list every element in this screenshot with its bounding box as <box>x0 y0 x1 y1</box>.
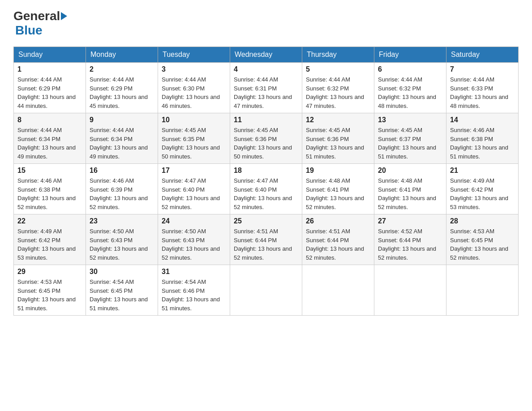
calendar-cell: 8 Sunrise: 4:44 AM Sunset: 6:34 PM Dayli… <box>14 113 86 164</box>
logo-row: General <box>13 9 68 23</box>
calendar-cell: 10 Sunrise: 4:45 AM Sunset: 6:35 PM Dayl… <box>158 113 230 164</box>
day-number: 9 <box>90 116 154 124</box>
day-info: Sunrise: 4:45 AM Sunset: 6:36 PM Dayligh… <box>234 126 298 161</box>
day-info: Sunrise: 4:49 AM Sunset: 6:42 PM Dayligh… <box>450 176 515 211</box>
logo-triangle-icon <box>61 12 67 20</box>
calendar-cell: 12 Sunrise: 4:45 AM Sunset: 6:36 PM Dayl… <box>302 113 374 164</box>
logo-general-text: General <box>13 9 60 23</box>
logo: General Blue <box>13 9 68 38</box>
day-number: 29 <box>17 268 82 276</box>
day-info: Sunrise: 4:54 AM Sunset: 6:45 PM Dayligh… <box>90 278 154 313</box>
day-info: Sunrise: 4:50 AM Sunset: 6:43 PM Dayligh… <box>90 227 154 262</box>
day-info: Sunrise: 4:53 AM Sunset: 6:45 PM Dayligh… <box>17 278 82 313</box>
day-number: 5 <box>306 65 370 73</box>
calendar-cell: 27 Sunrise: 4:52 AM Sunset: 6:44 PM Dayl… <box>374 214 446 265</box>
week-row-4: 22 Sunrise: 4:49 AM Sunset: 6:42 PM Dayl… <box>14 214 519 265</box>
calendar-cell: 7 Sunrise: 4:44 AM Sunset: 6:33 PM Dayli… <box>446 63 519 113</box>
calendar-cell <box>446 265 519 316</box>
day-info: Sunrise: 4:44 AM Sunset: 6:33 PM Dayligh… <box>450 75 515 110</box>
calendar-cell <box>374 265 446 316</box>
calendar-cell: 11 Sunrise: 4:45 AM Sunset: 6:36 PM Dayl… <box>230 113 302 164</box>
day-number: 19 <box>306 167 370 175</box>
day-number: 8 <box>17 116 82 124</box>
day-header-saturday: Saturday <box>446 47 519 63</box>
calendar-cell: 6 Sunrise: 4:44 AM Sunset: 6:32 PM Dayli… <box>374 63 446 113</box>
day-number: 1 <box>17 65 82 73</box>
day-number: 30 <box>90 268 154 276</box>
day-number: 2 <box>90 65 154 73</box>
calendar-cell: 17 Sunrise: 4:47 AM Sunset: 6:40 PM Dayl… <box>158 164 230 214</box>
day-info: Sunrise: 4:47 AM Sunset: 6:40 PM Dayligh… <box>162 176 226 211</box>
day-number: 20 <box>378 167 442 175</box>
day-number: 6 <box>378 65 442 73</box>
calendar-cell: 28 Sunrise: 4:53 AM Sunset: 6:45 PM Dayl… <box>446 214 519 265</box>
week-row-1: 1 Sunrise: 4:44 AM Sunset: 6:29 PM Dayli… <box>14 63 519 113</box>
day-header-friday: Friday <box>374 47 446 63</box>
calendar-cell: 9 Sunrise: 4:44 AM Sunset: 6:34 PM Dayli… <box>86 113 158 164</box>
day-info: Sunrise: 4:46 AM Sunset: 6:38 PM Dayligh… <box>450 126 515 161</box>
day-info: Sunrise: 4:53 AM Sunset: 6:45 PM Dayligh… <box>450 227 515 262</box>
day-info: Sunrise: 4:44 AM Sunset: 6:30 PM Dayligh… <box>162 75 226 110</box>
calendar-cell: 21 Sunrise: 4:49 AM Sunset: 6:42 PM Dayl… <box>446 164 519 214</box>
week-row-5: 29 Sunrise: 4:53 AM Sunset: 6:45 PM Dayl… <box>14 265 519 316</box>
day-info: Sunrise: 4:44 AM Sunset: 6:32 PM Dayligh… <box>306 75 370 110</box>
calendar-cell <box>230 265 302 316</box>
day-number: 17 <box>162 167 226 175</box>
day-number: 22 <box>17 217 82 225</box>
day-number: 26 <box>306 217 370 225</box>
day-header-tuesday: Tuesday <box>158 47 230 63</box>
day-header-thursday: Thursday <box>302 47 374 63</box>
calendar-cell <box>302 265 374 316</box>
day-info: Sunrise: 4:51 AM Sunset: 6:44 PM Dayligh… <box>306 227 370 262</box>
day-info: Sunrise: 4:47 AM Sunset: 6:40 PM Dayligh… <box>234 176 298 211</box>
day-number: 16 <box>90 167 154 175</box>
calendar-cell: 1 Sunrise: 4:44 AM Sunset: 6:29 PM Dayli… <box>14 63 86 113</box>
day-info: Sunrise: 4:44 AM Sunset: 6:29 PM Dayligh… <box>17 75 82 110</box>
day-number: 28 <box>450 217 515 225</box>
week-row-2: 8 Sunrise: 4:44 AM Sunset: 6:34 PM Dayli… <box>14 113 519 164</box>
calendar-cell: 13 Sunrise: 4:45 AM Sunset: 6:37 PM Dayl… <box>374 113 446 164</box>
day-number: 21 <box>450 167 515 175</box>
calendar-cell: 18 Sunrise: 4:47 AM Sunset: 6:40 PM Dayl… <box>230 164 302 214</box>
day-header-wednesday: Wednesday <box>230 47 302 63</box>
day-number: 31 <box>162 268 226 276</box>
day-info: Sunrise: 4:49 AM Sunset: 6:42 PM Dayligh… <box>17 227 82 262</box>
day-number: 27 <box>378 217 442 225</box>
calendar-cell: 23 Sunrise: 4:50 AM Sunset: 6:43 PM Dayl… <box>86 214 158 265</box>
day-number: 10 <box>162 116 226 124</box>
day-number: 4 <box>234 65 298 73</box>
calendar-cell: 25 Sunrise: 4:51 AM Sunset: 6:44 PM Dayl… <box>230 214 302 265</box>
day-number: 24 <box>162 217 226 225</box>
day-number: 13 <box>378 116 442 124</box>
calendar-cell: 20 Sunrise: 4:48 AM Sunset: 6:41 PM Dayl… <box>374 164 446 214</box>
day-number: 12 <box>306 116 370 124</box>
calendar-cell: 29 Sunrise: 4:53 AM Sunset: 6:45 PM Dayl… <box>14 265 86 316</box>
calendar-cell: 4 Sunrise: 4:44 AM Sunset: 6:31 PM Dayli… <box>230 63 302 113</box>
day-info: Sunrise: 4:44 AM Sunset: 6:34 PM Dayligh… <box>90 126 154 161</box>
calendar-cell: 15 Sunrise: 4:46 AM Sunset: 6:38 PM Dayl… <box>14 164 86 214</box>
calendar-cell: 31 Sunrise: 4:54 AM Sunset: 6:46 PM Dayl… <box>158 265 230 316</box>
day-info: Sunrise: 4:45 AM Sunset: 6:35 PM Dayligh… <box>162 126 226 161</box>
calendar-cell: 19 Sunrise: 4:48 AM Sunset: 6:41 PM Dayl… <box>302 164 374 214</box>
day-info: Sunrise: 4:52 AM Sunset: 6:44 PM Dayligh… <box>378 227 442 262</box>
day-number: 3 <box>162 65 226 73</box>
day-info: Sunrise: 4:45 AM Sunset: 6:37 PM Dayligh… <box>378 126 442 161</box>
day-number: 11 <box>234 116 298 124</box>
day-number: 15 <box>17 167 82 175</box>
day-number: 14 <box>450 116 515 124</box>
day-info: Sunrise: 4:54 AM Sunset: 6:46 PM Dayligh… <box>162 278 226 313</box>
calendar-cell: 5 Sunrise: 4:44 AM Sunset: 6:32 PM Dayli… <box>302 63 374 113</box>
day-info: Sunrise: 4:48 AM Sunset: 6:41 PM Dayligh… <box>306 176 370 211</box>
day-info: Sunrise: 4:48 AM Sunset: 6:41 PM Dayligh… <box>378 176 442 211</box>
calendar-table: SundayMondayTuesdayWednesdayThursdayFrid… <box>13 47 519 316</box>
calendar-cell: 30 Sunrise: 4:54 AM Sunset: 6:45 PM Dayl… <box>86 265 158 316</box>
day-header-monday: Monday <box>86 47 158 63</box>
day-info: Sunrise: 4:46 AM Sunset: 6:39 PM Dayligh… <box>90 176 154 211</box>
calendar-cell: 22 Sunrise: 4:49 AM Sunset: 6:42 PM Dayl… <box>14 214 86 265</box>
day-number: 25 <box>234 217 298 225</box>
logo-second-row: Blue <box>13 23 43 38</box>
day-headers-row: SundayMondayTuesdayWednesdayThursdayFrid… <box>14 47 519 63</box>
day-info: Sunrise: 4:46 AM Sunset: 6:38 PM Dayligh… <box>17 176 82 211</box>
calendar-cell: 14 Sunrise: 4:46 AM Sunset: 6:38 PM Dayl… <box>446 113 519 164</box>
calendar-cell: 26 Sunrise: 4:51 AM Sunset: 6:44 PM Dayl… <box>302 214 374 265</box>
